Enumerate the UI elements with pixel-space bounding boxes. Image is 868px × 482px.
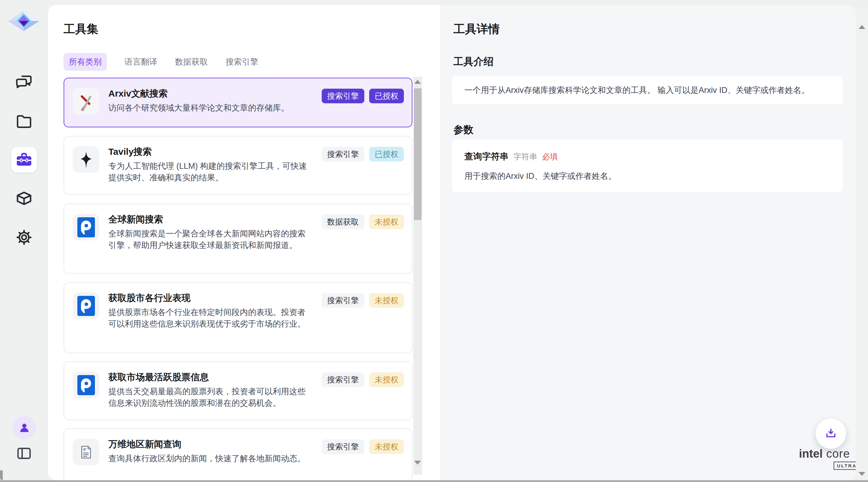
category-badge: 搜索引擎 xyxy=(322,440,364,454)
page-title: 工具集 xyxy=(64,21,98,37)
tab-all-categories[interactable]: 所有类别 xyxy=(64,53,107,71)
toolbox-icon xyxy=(14,150,33,169)
tool-card-global-news[interactable]: 全球新闻搜索 全球新闻搜索是一个聚合全球各大新闻网站内容的搜索引擎，帮助用户快速… xyxy=(64,203,412,274)
tool-card-tavily[interactable]: Tavily搜索 专为人工智能代理 (LLM) 构建的搜索引擎工具，可快速提供实… xyxy=(64,136,412,195)
ultra-badge: ULTRA xyxy=(834,461,856,470)
detail-title: 工具详情 xyxy=(454,21,500,37)
auth-badge: 未授权 xyxy=(369,440,404,454)
app-window: 工具集 所有类别 语言翻译 数据获取 搜索引擎 Arxiv文献搜索 访问各个研究… xyxy=(0,0,868,482)
auth-badge: 未授权 xyxy=(369,372,404,387)
param-card: 查询字符串 字符串 必填 用于搜索的Arxiv ID、关键字或作者姓名。 xyxy=(452,140,843,192)
param-name: 查询字符串 xyxy=(464,150,508,163)
tool-title: 获取市场最活跃股票信息 xyxy=(108,372,311,383)
window-scrollbar-track[interactable] xyxy=(856,14,868,482)
param-type: 字符串 xyxy=(514,151,537,162)
panel-toggle-icon xyxy=(16,445,33,462)
category-badge: 搜索引擎 xyxy=(322,147,364,162)
toolset-panel: 工具集 所有类别 语言翻译 数据获取 搜索引擎 Arxiv文献搜索 访问各个研究… xyxy=(48,5,440,480)
chat-icon xyxy=(15,73,33,91)
category-badge: 搜索引擎 xyxy=(322,89,364,103)
tool-title: 万维地区新闻查询 xyxy=(108,439,306,450)
list-scroll-down-arrow[interactable] xyxy=(414,461,421,465)
tool-card-local-news[interactable]: 万维地区新闻查询 查询具体行政区划内的新闻，快速了解各地新闻动态。 搜索引擎 未… xyxy=(64,428,412,480)
news-api-icon xyxy=(73,292,99,319)
app-logo xyxy=(8,10,39,33)
category-tabs: 所有类别 语言翻译 数据获取 搜索引擎 xyxy=(64,53,258,71)
intro-text: 一个用于从Arxiv存储库搜索科学论文和文章的工具。 输入可以是Arxiv ID… xyxy=(464,85,810,96)
intel-wordmark: intel xyxy=(799,447,823,460)
tool-detail-panel: 工具详情 工具介绍 一个用于从Arxiv存储库搜索科学论文和文章的工具。 输入可… xyxy=(440,5,856,480)
sidebar-item-settings[interactable] xyxy=(11,225,37,250)
download-icon xyxy=(824,427,838,441)
news-api-icon xyxy=(73,214,99,240)
intro-heading: 工具介绍 xyxy=(454,55,494,68)
params-heading: 参数 xyxy=(454,123,473,137)
category-badge: 搜索引擎 xyxy=(322,293,364,308)
category-badge: 数据获取 xyxy=(322,215,364,229)
core-wordmark: core xyxy=(826,447,850,460)
intel-core-logo: intel core xyxy=(799,447,847,460)
tool-description: 访问各个研究领域大量科学论文和文章的存储库。 xyxy=(108,102,289,114)
download-button[interactable] xyxy=(816,418,846,449)
arxiv-icon xyxy=(73,88,99,115)
sidebar-item-files[interactable] xyxy=(11,108,37,134)
tool-title: 全球新闻搜索 xyxy=(108,214,311,225)
param-description: 用于搜索的Arxiv ID、关键字或作者姓名。 xyxy=(464,171,831,181)
tool-card-arxiv[interactable]: Arxiv文献搜索 访问各个研究领域大量科学论文和文章的存储库。 搜索引擎 已授… xyxy=(64,78,412,127)
auth-badge: 未授权 xyxy=(369,215,404,229)
tab-search-engine[interactable]: 搜索引擎 xyxy=(225,53,258,71)
tool-title: Tavily搜索 xyxy=(108,146,311,157)
list-scroll-up-arrow[interactable] xyxy=(414,80,421,84)
auth-badge: 已授权 xyxy=(369,89,404,103)
bottom-window-edge xyxy=(0,480,868,482)
gear-icon xyxy=(15,228,33,247)
tool-title: Arxiv文献搜索 xyxy=(108,88,289,99)
sidebar xyxy=(0,0,48,480)
folder-icon xyxy=(15,112,33,130)
tool-description: 全球新闻搜索是一个聚合全球各大新闻网站内容的搜索引擎，帮助用户快速获取全球最新资… xyxy=(108,228,311,251)
tool-card-sector-performance[interactable]: 获取股市各行业表现 提供股票市场各个行业在特定时间段内的表现。投资者可以利用这些… xyxy=(64,282,412,353)
category-badge: 搜索引擎 xyxy=(322,372,364,387)
list-scrollbar-thumb[interactable] xyxy=(414,88,422,220)
user-icon xyxy=(18,421,31,434)
tool-card-most-active-stocks[interactable]: 获取市场最活跃股票信息 提供当天交易量最高的股票列表，投资者可以利用这些信息来识… xyxy=(64,361,412,420)
tab-translation[interactable]: 语言翻译 xyxy=(124,53,157,71)
tab-data-fetch[interactable]: 数据获取 xyxy=(175,53,208,71)
tool-description: 提供股票市场各个行业在特定时间段内的表现。投资者可以利用这些信息来识别表现优于或… xyxy=(108,307,311,330)
sidebar-item-models[interactable] xyxy=(11,186,37,211)
news-api-icon xyxy=(73,372,99,398)
intro-card: 一个用于从Arxiv存储库搜索科学论文和文章的工具。 输入可以是Arxiv ID… xyxy=(452,76,843,104)
tool-description: 查询具体行政区划内的新闻，快速了解各地新闻动态。 xyxy=(108,453,306,464)
tool-title: 获取股市各行业表现 xyxy=(108,292,311,304)
auth-badge: 已授权 xyxy=(369,147,404,162)
window-scroll-up-arrow[interactable] xyxy=(859,25,865,29)
tool-description: 专为人工智能代理 (LLM) 构建的搜索引擎工具，可快速提供实时、准确和真实的结… xyxy=(108,160,311,183)
sidebar-item-tools[interactable] xyxy=(11,147,37,172)
tool-description: 提供当天交易量最高的股票列表，投资者可以利用这些信息来识别流动性强的股票和潜在的… xyxy=(108,386,311,409)
user-avatar[interactable] xyxy=(13,416,36,440)
window-scroll-down-arrow[interactable] xyxy=(859,472,865,476)
bottom-left-corner xyxy=(0,471,3,480)
cube-icon xyxy=(15,189,33,207)
auth-badge: 未授权 xyxy=(369,293,404,308)
sidebar-item-chat[interactable] xyxy=(11,69,37,95)
local-news-icon xyxy=(73,439,99,465)
collapse-sidebar-button[interactable] xyxy=(11,441,37,466)
diamond-logo-icon xyxy=(8,10,39,33)
tavily-star-icon xyxy=(73,146,99,173)
param-required-badge: 必填 xyxy=(542,151,558,162)
